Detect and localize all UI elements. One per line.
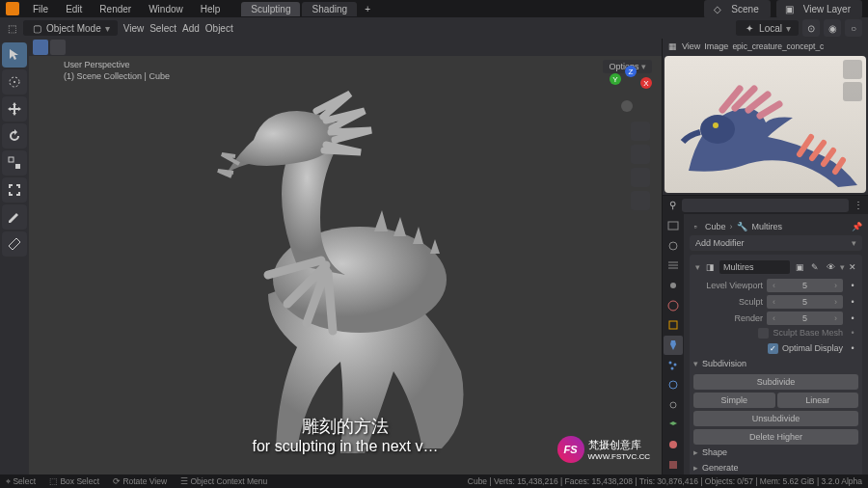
svg-point-16 <box>669 441 677 448</box>
image-editor-header: ▦ View Image epic_creature_concept_c <box>663 39 868 54</box>
status-context: ☰ Object Context Menu <box>180 476 267 486</box>
vp-overlay-header <box>29 39 662 56</box>
optimal-display-checkbox[interactable]: ✓ <box>768 343 778 354</box>
tab-add[interactable]: + <box>359 2 376 16</box>
pin-icon[interactable]: 📌 <box>851 221 862 232</box>
viewlayer-selector[interactable]: ▣ View Layer <box>776 0 862 18</box>
menu-file[interactable]: File <box>29 2 52 16</box>
image-editor-icon[interactable]: ▦ <box>666 41 678 52</box>
select-tool[interactable] <box>2 42 27 68</box>
menu-window[interactable]: Window <box>145 2 187 16</box>
image-name-field[interactable]: epic_creature_concept_c <box>732 41 864 51</box>
ie-image[interactable]: Image <box>704 41 728 51</box>
ptab-constraints[interactable] <box>664 395 683 415</box>
blender-logo[interactable] <box>6 2 19 15</box>
svg-point-14 <box>671 366 674 369</box>
svg-point-10 <box>668 301 678 311</box>
ptab-texture[interactable] <box>664 455 683 474</box>
layer-icon: ▣ <box>784 3 796 14</box>
ptab-viewlayer[interactable] <box>664 256 683 275</box>
level-sculpt-field[interactable]: ‹5› <box>767 295 843 309</box>
pan-btn[interactable] <box>631 145 650 164</box>
ie-zoom-btn[interactable] <box>843 60 862 79</box>
pivot-icon[interactable]: ⊙ <box>802 19 820 37</box>
mod-close-icon[interactable]: ✕ <box>849 262 856 272</box>
scene-selector[interactable]: ◇ Scene <box>704 0 770 18</box>
add-modifier-dropdown[interactable]: Add Modifier▾ <box>690 235 862 251</box>
ptab-world[interactable] <box>664 296 683 315</box>
annotate-tool[interactable] <box>2 204 27 230</box>
btn-unsubdivide[interactable]: Unsubdivide <box>693 411 858 426</box>
measure-tool[interactable] <box>2 231 27 257</box>
ptab-output[interactable] <box>664 236 683 256</box>
wrench-icon: 🔧 <box>737 221 748 232</box>
search-input[interactable] <box>682 199 849 212</box>
menu-help[interactable]: Help <box>197 2 225 16</box>
scale-tool[interactable] <box>2 150 27 176</box>
btn-simple[interactable]: Simple <box>693 393 775 408</box>
overlay-toggle-icon[interactable] <box>50 40 66 55</box>
3d-viewport[interactable]: Options ▾ User Perspective (1) Scene Col… <box>29 39 662 474</box>
ptab-material[interactable] <box>664 436 683 455</box>
editor-type-icon[interactable]: ⬚ <box>6 22 17 34</box>
tab-sculpting[interactable]: Sculpting <box>241 2 300 16</box>
nav-gizmo[interactable]: X Y Z <box>604 68 650 114</box>
creature-sculpt <box>172 72 519 458</box>
ptab-render[interactable] <box>664 216 683 235</box>
transform-tool[interactable] <box>2 177 27 203</box>
cursor-tool[interactable] <box>2 69 27 95</box>
mod-menu-icon[interactable]: ▾ <box>840 262 845 272</box>
camera-btn[interactable] <box>631 168 650 187</box>
gizmo-toggle-icon[interactable] <box>33 40 48 55</box>
mod-realtime-icon[interactable]: 👁 <box>825 261 836 273</box>
mod-edit-icon[interactable]: ✎ <box>809 261 821 273</box>
svg-point-6 <box>713 122 719 128</box>
left-toolbar <box>0 39 29 474</box>
btn-delete-higher[interactable]: Delete Higher <box>693 429 858 445</box>
btn-subdivide[interactable]: Subdivide <box>693 374 858 390</box>
btn-linear[interactable]: Linear <box>777 393 859 408</box>
mode-dropdown[interactable]: ▢ Object Mode ▾ <box>23 20 118 36</box>
tab-shading[interactable]: Shading <box>302 2 357 16</box>
ptab-physics[interactable] <box>664 376 683 395</box>
filter-icon[interactable]: ⚲ <box>666 200 678 211</box>
proportional-icon[interactable]: ○ <box>845 19 862 37</box>
modifier-name-field[interactable]: Multires <box>719 260 790 274</box>
multires-icon: ◨ <box>704 261 716 273</box>
move-tool[interactable] <box>2 96 27 122</box>
options-icon[interactable]: ⋮ <box>853 200 864 211</box>
ptab-modifier[interactable] <box>664 336 683 355</box>
ptab-data[interactable] <box>664 416 683 435</box>
vh-add[interactable]: Add <box>182 23 200 34</box>
panel-generate[interactable]: ▸Generate <box>693 460 858 474</box>
reference-image[interactable] <box>665 56 866 193</box>
ptab-scene[interactable] <box>664 276 683 295</box>
collapse-icon[interactable]: ▾ <box>695 262 700 272</box>
ie-pan-btn[interactable] <box>843 82 862 101</box>
ie-view[interactable]: View <box>682 41 700 51</box>
ptab-particles[interactable] <box>664 356 683 375</box>
ptab-object[interactable] <box>664 315 683 335</box>
status-rotate: ⟳ Rotate View <box>113 476 167 486</box>
zoom-btn[interactable] <box>631 122 650 141</box>
menu-render[interactable]: Render <box>95 2 135 16</box>
vh-select[interactable]: Select <box>149 23 176 34</box>
snap-icon[interactable]: ◉ <box>824 19 841 37</box>
vh-object[interactable]: Object <box>205 23 233 34</box>
object-mode-icon: ▢ <box>31 22 42 34</box>
svg-rect-2 <box>9 157 14 162</box>
breadcrumb[interactable]: ▫ Cube › 🔧 Multires 📌 <box>690 218 862 235</box>
menu-edit[interactable]: Edit <box>62 2 86 16</box>
scene-icon: ◇ <box>712 3 723 14</box>
watermark: FS 梵摄创意库 WWW.FSTVC.CC <box>557 436 650 463</box>
panel-shape[interactable]: ▸Shape <box>693 445 858 460</box>
mod-display-icon[interactable]: ▣ <box>794 261 805 273</box>
rotate-tool[interactable] <box>2 123 27 149</box>
properties-body: ▫ Cube › 🔧 Multires 📌 Add Modifier▾ ▾ ◨ … <box>684 214 868 474</box>
orientation-dropdown[interactable]: ✦ Local ▾ <box>736 20 799 36</box>
persp-btn[interactable] <box>631 191 650 210</box>
vh-view[interactable]: View <box>123 23 145 34</box>
level-render-field[interactable]: ‹5› <box>767 312 843 325</box>
level-viewport-field[interactable]: ‹5› <box>767 279 843 292</box>
svg-point-12 <box>669 361 672 364</box>
